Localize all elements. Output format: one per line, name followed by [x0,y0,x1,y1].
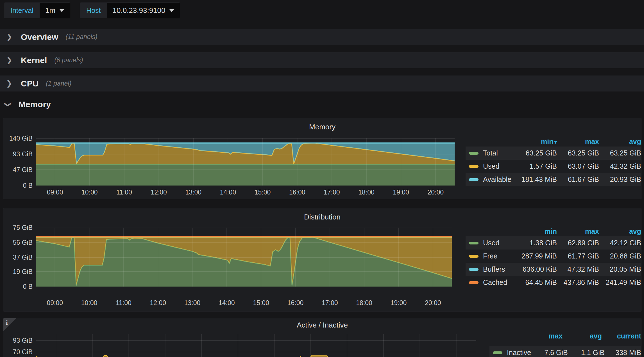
x-tick-label: 12:00 [140,188,177,197]
interval-dropdown[interactable]: 1m [40,3,70,18]
host-label: Host [80,3,107,18]
legend-column-max[interactable]: max [557,138,599,146]
y-tick-label: 56 GiB [3,238,33,247]
x-tick-label: 19:00 [383,188,419,197]
legend-value: 1.38 GiB [515,239,557,247]
y-tick-label: 93 GiB [3,336,33,345]
row-kernel[interactable]: ❯ Kernel (6 panels) [0,52,644,68]
legend-value: 61.77 GiB [557,252,599,260]
legend-swatch[interactable] [493,351,502,354]
legend-value: 338 MiB [604,349,641,357]
legend-swatch[interactable] [469,255,479,258]
x-tick-label: 13:00 [175,188,212,197]
row-title: Overview [21,32,58,42]
legend-row: Total63.25 GiB63.25 GiB63.25 GiB [466,147,641,160]
distribution-x-axis: 09:0010:0011:0012:0013:0014:0015:0016:00… [36,298,452,307]
panel-title-distribution[interactable]: Distribution [3,213,641,221]
row-panel-count: (6 panels) [54,56,83,64]
y-tick-label: 75 GiB [3,223,33,232]
distribution-chart-plot[interactable] [36,228,452,287]
x-tick-label: 17:00 [314,188,350,197]
legend-column-current[interactable]: current [602,332,641,340]
x-tick-label: 14:00 [208,298,245,307]
legend-row: Inactive7.6 GiB1.1 GiB338 MiB [489,346,641,357]
y-tick-label: 70 GiB [3,348,33,356]
host-variable: Host 10.0.23.93:9100 [80,3,180,18]
panel-active-inactive: i Active / Inactive 93 GiB70 GiB 09:0010… [3,318,641,357]
x-tick-label: 18:00 [348,188,385,197]
chevron-down-icon[interactable]: ❯ [4,101,12,109]
caret-down-icon [169,9,174,12]
legend-series-name[interactable]: Available [483,175,511,184]
panel-distribution: Distribution 75 GiB56 GiB37 GiB19 GiB0 B… [3,208,641,312]
legend-column-min[interactable]: min▾ [515,138,557,146]
legend-value: 62.89 GiB [557,239,599,247]
legend-series-name[interactable]: Cached [483,278,507,287]
row-title: CPU [21,79,38,88]
legend-column-avg[interactable]: avg [599,227,641,235]
row-title: Kernel [21,56,47,65]
x-tick-label: 11:00 [105,298,142,307]
legend-series-name[interactable]: Total [483,149,498,157]
legend-value: 63.25 GiB [599,149,641,157]
host-value: 10.0.23.93:9100 [113,6,165,15]
x-tick-label: 18:00 [346,298,382,307]
distribution-legend: minmaxavgUsed1.38 GiB62.89 GiB42.12 GiBF… [466,226,641,289]
legend-value: 42.32 GiB [599,162,641,170]
legend-value: 63.25 GiB [515,149,557,157]
legend-value: 1.1 GiB [568,349,605,357]
chevron-right-icon[interactable]: ❯ [6,56,13,65]
y-tick-label: 0 B [3,181,33,190]
legend-column-max[interactable]: max [557,227,599,235]
caret-down-icon [59,9,64,12]
x-tick-label: 20:00 [415,298,451,307]
legend-series-name[interactable]: Inactive [507,349,531,357]
x-tick-label: 10:00 [71,188,108,197]
row-cpu[interactable]: ❯ CPU (1 panel) [0,75,644,91]
legend-column-min[interactable]: min [515,227,557,235]
legend-swatch[interactable] [469,281,479,284]
x-tick-label: 19:00 [380,298,417,307]
y-tick-label: 47 GiB [3,166,33,174]
legend-column-avg[interactable]: avg [599,138,641,146]
row-overview[interactable]: ❯ Overview (11 panels) [0,29,644,45]
legend-series-name[interactable]: Buffers [483,265,505,273]
chevron-right-icon[interactable]: ❯ [6,33,13,41]
legend-value: 64.45 MiB [515,278,557,287]
memory-legend: min▾maxavgTotal63.25 GiB63.25 GiB63.25 G… [466,136,641,186]
legend-row: Used1.57 GiB63.07 GiB42.32 GiB [466,160,641,173]
legend-series-name[interactable]: Free [483,252,497,260]
legend-swatch[interactable] [469,178,479,181]
y-tick-label: 0 B [3,282,33,291]
active-chart-plot[interactable] [36,334,476,357]
legend-column-avg[interactable]: avg [563,332,602,340]
legend-value: 1.57 GiB [515,162,557,170]
legend-swatch[interactable] [469,152,479,155]
row-memory[interactable]: ❯ Memory [0,98,644,111]
memory-chart-plot[interactable] [36,138,455,186]
legend-swatch[interactable] [469,165,479,168]
x-tick-label: 09:00 [37,298,73,307]
legend-value: 437.86 MiB [557,278,599,287]
host-dropdown[interactable]: 10.0.23.93:9100 [107,3,180,18]
legend-swatch[interactable] [469,268,479,271]
legend-column-max[interactable]: max [523,332,563,340]
legend-value: 20.93 GiB [599,175,641,184]
legend-series-name[interactable]: Used [483,239,499,247]
legend-value: 47.32 MiB [557,265,599,273]
panel-memory: Memory 140 GiB93 GiB47 GiB0 B 09:0010:00… [3,118,641,199]
interval-label: Interval [4,3,40,18]
legend-value: 42.12 GiB [599,239,641,247]
chevron-right-icon[interactable]: ❯ [6,79,13,88]
legend-swatch[interactable] [469,242,479,244]
panel-title-active-inactive[interactable]: Active / Inactive [3,321,641,329]
legend-header: minmaxavg [466,226,641,236]
y-tick-label: 140 GiB [3,134,33,143]
legend-value: 63.25 GiB [557,149,599,157]
grafana-dashboard: Interval 1m Host 10.0.23.93:9100 ❯ Overv… [0,0,644,357]
x-tick-label: 20:00 [417,188,454,197]
legend-value: 181.43 MiB [515,175,557,184]
legend-series-name[interactable]: Used [483,162,499,170]
legend-row: Free287.99 MiB61.77 GiB20.88 GiB [466,250,641,263]
panel-title-memory[interactable]: Memory [3,123,641,131]
